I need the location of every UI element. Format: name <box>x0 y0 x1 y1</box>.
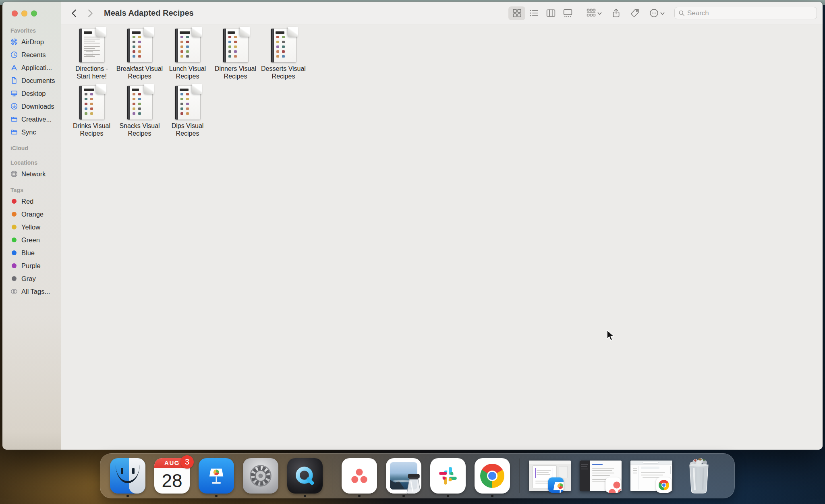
document-spine <box>79 29 82 62</box>
dock-item-calendar[interactable]: AUG 28 3 <box>154 453 190 498</box>
search-field[interactable] <box>674 7 817 19</box>
sidebar-item-applicati[interactable]: Applicati... <box>2 61 61 74</box>
more-actions-button[interactable]: .f{fill:#7a7977;stroke:none} <box>649 8 665 18</box>
applications-icon <box>10 64 18 71</box>
tags-button[interactable]: .f{fill:#7a7977;stroke:none} <box>630 8 640 18</box>
sidebar-item-green[interactable]: Green <box>2 233 61 246</box>
sidebar-item-creative[interactable]: Creative... <box>2 113 61 126</box>
list-view-button[interactable]: .f{fill:#7a7977;stroke:none} <box>525 6 542 20</box>
trash-full-icon <box>682 457 716 494</box>
asana-icon <box>342 458 377 494</box>
document-spine <box>175 29 178 62</box>
asana-icon <box>605 477 621 493</box>
file-desserts-visual-recipes[interactable]: Desserts Visual Recipes <box>259 29 307 80</box>
dock-separator <box>332 459 332 493</box>
toolbar: Meals Adapted Recipes .f{fill:#7a7977;st… <box>61 2 823 25</box>
file-snacks-visual-recipes[interactable]: Snacks Visual Recipes <box>116 86 164 137</box>
sidebar-item-label: Purple <box>21 262 41 270</box>
document-icon <box>175 86 200 120</box>
tag-dot <box>10 211 18 218</box>
sidebar-item-recents[interactable]: Recents <box>2 48 61 61</box>
dock-item-trash[interactable] <box>681 453 717 498</box>
downloads-icon <box>10 103 18 110</box>
file-name: Lunch Visual Recipes <box>164 65 211 80</box>
dock-item-minimized-chrome-window[interactable] <box>630 453 672 498</box>
system-settings-icon <box>243 458 278 494</box>
dock-item-asana[interactable] <box>342 453 377 498</box>
search-input[interactable] <box>687 9 813 17</box>
tag-dot <box>10 236 18 244</box>
file-name: Dips Visual Recipes <box>164 122 211 137</box>
document-spine <box>127 86 130 120</box>
dock-item-finder[interactable] <box>110 453 145 498</box>
sidebar-item-label: Gray <box>21 275 36 283</box>
document-icon <box>271 29 296 62</box>
running-indicator <box>447 495 449 497</box>
column-view-button[interactable]: .f{fill:#7a7977;stroke:none} <box>542 6 559 20</box>
dock-item-slack[interactable] <box>430 453 466 498</box>
dock-item-minimized-keynote-window[interactable] <box>529 453 571 498</box>
file-dips-visual-recipes[interactable]: Dips Visual Recipes <box>164 86 211 137</box>
dock-item-chrome[interactable] <box>475 453 510 498</box>
sidebar-item-blue[interactable]: Blue <box>2 246 61 259</box>
file-directions-start-here[interactable]: Directions - Start here! <box>68 29 116 80</box>
dock-item-minimized-asana-window[interactable] <box>580 453 622 498</box>
icon-view-button[interactable]: .f{fill:#7a7977;stroke:none} <box>508 6 525 20</box>
more-actions-icon: .f{fill:#7a7977;stroke:none} <box>649 8 659 18</box>
sidebar-item-sync[interactable]: Sync <box>2 126 61 138</box>
sidebar-item-all-tags[interactable]: All Tags... <box>2 285 61 298</box>
dock-item-settings[interactable] <box>243 453 278 498</box>
sidebar-item-documents[interactable]: Documents <box>2 74 61 87</box>
network-icon <box>10 170 18 178</box>
keynote-badge-icon <box>548 477 564 493</box>
tag-dot <box>10 275 18 282</box>
dock-item-keynote[interactable] <box>199 453 234 498</box>
document-icon <box>175 29 200 62</box>
minimize-button[interactable] <box>21 10 27 17</box>
sidebar-item-label: Downloads <box>21 103 54 110</box>
close-button[interactable] <box>12 10 18 17</box>
file-drinks-visual-recipes[interactable]: Drinks Visual Recipes <box>68 86 116 137</box>
folder-icon <box>10 128 18 136</box>
forward-button[interactable] <box>84 7 96 19</box>
minimized-asana-window-thumbnail <box>580 461 622 491</box>
gallery-view-button[interactable]: .f{fill:#7a7977;stroke:none} <box>559 6 576 20</box>
sidebar-section-tags: TagsRedOrangeYellowGreenBluePurpleGrayAl… <box>2 184 61 298</box>
page-curl <box>288 27 298 37</box>
sidebar-item-network[interactable]: Network <box>2 167 61 180</box>
applications-icon <box>10 64 18 71</box>
view-switcher: .f{fill:#7a7977;stroke:none} .f{fill:#7a… <box>508 6 576 20</box>
sidebar-item-gray[interactable]: Gray <box>2 272 61 285</box>
back-button[interactable] <box>68 7 81 19</box>
file-lunch-visual-recipes[interactable]: Lunch Visual Recipes <box>164 29 211 80</box>
sidebar-item-purple[interactable]: Purple <box>2 259 61 272</box>
zoom-button[interactable] <box>31 10 37 17</box>
file-breakfast-visual-recipes[interactable]: Breakfast Visual Recipes <box>116 29 164 80</box>
dock-item-quicktime[interactable] <box>287 453 323 498</box>
sidebar-item-orange[interactable]: Orange <box>2 208 61 221</box>
running-indicator <box>358 495 361 497</box>
sidebar-section-title: Locations <box>2 157 61 167</box>
main-area: Meals Adapted Recipes .f{fill:#7a7977;st… <box>61 2 823 450</box>
group-by-button[interactable]: .f{fill:#7a7977;stroke:none} <box>587 8 602 18</box>
document-icon <box>127 29 152 62</box>
document-spine <box>223 29 226 62</box>
chrome-icon <box>475 458 510 494</box>
tag-color-dot <box>12 199 17 204</box>
slack-icon <box>430 458 466 494</box>
sidebar-item-yellow[interactable]: Yellow <box>2 221 61 233</box>
dock-item-preview[interactable] <box>386 453 421 498</box>
sidebar-item-airdrop[interactable]: AirDrop <box>2 35 61 48</box>
document-spine <box>271 29 274 62</box>
sidebar-item-desktop[interactable]: Desktop <box>2 87 61 100</box>
sidebar-item-downloads[interactable]: Downloads <box>2 100 61 113</box>
file-name: Directions - Start here! <box>68 65 115 80</box>
keynote-icon <box>548 477 564 493</box>
folder-icon <box>10 116 18 123</box>
share-button[interactable]: .f{fill:#7a7977;stroke:none} <box>611 8 621 18</box>
search-icon <box>678 10 685 17</box>
file-dinners-visual-recipes[interactable]: Dinners Visual Recipes <box>211 29 259 80</box>
sidebar-item-red[interactable]: Red <box>2 195 61 208</box>
tag-color-dot <box>12 238 17 242</box>
document-icon <box>223 29 248 62</box>
